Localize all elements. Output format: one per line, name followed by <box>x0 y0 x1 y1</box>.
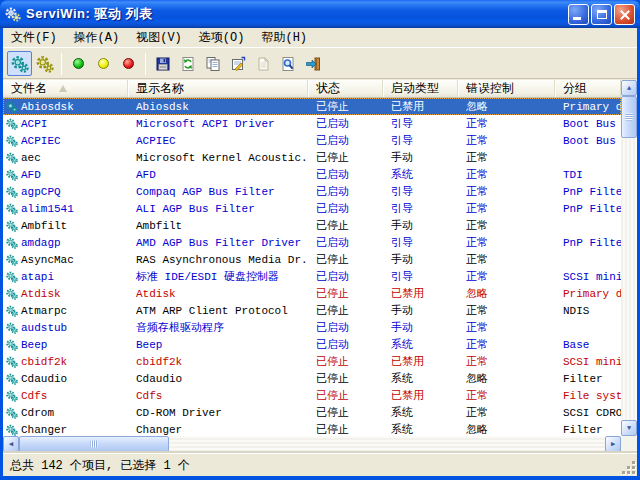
minimize-icon <box>573 17 581 20</box>
save-button[interactable] <box>150 51 175 76</box>
cell-filename: AFD <box>3 169 128 181</box>
cell-filename: Ambfilt <box>3 220 128 232</box>
cell-start-type: 系统 <box>383 337 458 352</box>
table-row[interactable]: Atdisk Atdisk 已停止 已禁用 忽略 Primary di <box>3 285 621 302</box>
menu-action[interactable]: 操作(A) <box>74 29 120 46</box>
column-header-filename[interactable]: 文件名 <box>3 80 128 97</box>
services-gears-icon <box>36 55 54 73</box>
report-button[interactable] <box>250 51 275 76</box>
table-row[interactable]: AsyncMac RAS Asynchronous Media Dr... 已停… <box>3 251 621 268</box>
table-row[interactable]: atapi 标准 IDE/ESDI 硬盘控制器 已启动 引导 正常 SCSI m… <box>3 268 621 285</box>
table-row[interactable]: cbidf2k cbidf2k 已停止 已禁用 正常 SCSI minip <box>3 353 621 370</box>
table-row[interactable]: Changer Changer 已停止 系统 忽略 Filter <box>3 421 621 436</box>
table-row[interactable]: alim1541 ALI AGP Bus Filter 已启动 引导 正常 Pn… <box>3 200 621 217</box>
cell-display-name: Abiosdsk <box>128 101 308 113</box>
close-button[interactable] <box>614 4 635 25</box>
table-row[interactable]: agpCPQ Compaq AGP Bus Filter 已启动 引导 正常 P… <box>3 183 621 200</box>
cell-group: SCSI minip <box>555 356 621 368</box>
cell-status: 已启动 <box>308 320 383 335</box>
table-row[interactable]: Abiosdsk Abiosdsk 已停止 已禁用 忽略 Primary di <box>3 98 621 115</box>
menu-file[interactable]: 文件(F) <box>11 29 57 46</box>
cell-status: 已停止 <box>308 303 383 318</box>
cell-error-control: 忽略 <box>458 371 555 386</box>
menu-view[interactable]: 视图(V) <box>136 29 182 46</box>
cell-status: 已停止 <box>308 422 383 436</box>
stop-driver-button[interactable] <box>116 51 141 76</box>
properties-icon <box>230 56 246 72</box>
copy-button[interactable] <box>200 51 225 76</box>
services-view-button[interactable] <box>32 51 57 76</box>
refresh-icon <box>180 56 196 72</box>
table-row[interactable]: Cdaudio Cdaudio 已停止 系统 忽略 Filter <box>3 370 621 387</box>
find-button[interactable] <box>275 51 300 76</box>
serviwin-window: ServiWin: 驱动 列表 文件(F) 操作(A) 视图(V) 选项(O) … <box>0 0 640 480</box>
horizontal-scroll-thumb[interactable] <box>19 436 169 452</box>
scroll-down-button[interactable]: ▼ <box>621 420 637 436</box>
table-row[interactable]: Ambfilt Ambfilt 已停止 手动 正常 <box>3 217 621 234</box>
table-row[interactable]: amdagp AMD AGP Bus Filter Driver 已启动 引导 … <box>3 234 621 251</box>
title-bar[interactable]: ServiWin: 驱动 列表 <box>0 0 640 28</box>
table-row[interactable]: Atmarpc ATM ARP Client Protocol 已停止 手动 正… <box>3 302 621 319</box>
cell-display-name: Microsoft Kernel Acoustic... <box>128 152 308 164</box>
driver-gears-icon <box>6 203 18 215</box>
column-header-status[interactable]: 状态 <box>308 80 383 97</box>
start-driver-button[interactable] <box>66 51 91 76</box>
table-row[interactable]: Cdfs Cdfs 已停止 已禁用 正常 File syste <box>3 387 621 404</box>
driver-gears-icon <box>6 237 18 249</box>
maximize-button[interactable] <box>591 4 612 25</box>
vertical-scrollbar[interactable]: ▲ ▼ <box>621 80 637 436</box>
table-row[interactable]: Cdrom CD-ROM Driver 已停止 系统 正常 SCSI CDROM <box>3 404 621 421</box>
cell-status: 已启动 <box>308 116 383 131</box>
cell-filename: Cdaudio <box>3 373 128 385</box>
cell-status: 已停止 <box>308 286 383 301</box>
cell-display-name: ALI AGP Bus Filter <box>128 203 308 215</box>
cell-start-type: 已禁用 <box>383 99 458 114</box>
cell-start-type: 手动 <box>383 303 458 318</box>
driver-gears-icon <box>6 390 18 402</box>
driver-gears-icon <box>6 254 18 266</box>
properties-button[interactable] <box>225 51 250 76</box>
cell-filename: Atdisk <box>3 288 128 300</box>
cell-filename: atapi <box>3 271 128 283</box>
menu-options[interactable]: 选项(O) <box>199 29 245 46</box>
cell-error-control: 正常 <box>458 184 555 199</box>
cell-start-type: 系统 <box>383 405 458 420</box>
scroll-up-button[interactable]: ▲ <box>621 80 637 96</box>
pause-driver-button[interactable] <box>91 51 116 76</box>
client-area: 文件(F) 操作(A) 视图(V) 选项(O) 帮助(H) <box>3 28 637 476</box>
table-row[interactable]: ACPIEC ACPIEC 已启动 引导 正常 Boot Bus E <box>3 132 621 149</box>
refresh-button[interactable] <box>175 51 200 76</box>
table-row[interactable]: Beep Beep 已启动 系统 正常 Base <box>3 336 621 353</box>
column-header-group[interactable]: 分组 <box>555 80 621 97</box>
resize-grip-icon[interactable] <box>623 462 636 475</box>
table-row[interactable]: aec Microsoft Kernel Acoustic... 已停止 手动 … <box>3 149 621 166</box>
cell-status: 已启动 <box>308 167 383 182</box>
vertical-scroll-thumb[interactable] <box>621 96 637 138</box>
menu-help[interactable]: 帮助(H) <box>261 29 307 46</box>
column-header-display-name[interactable]: 显示名称 <box>128 80 308 97</box>
cell-status: 已停止 <box>308 405 383 420</box>
cell-start-type: 系统 <box>383 422 458 436</box>
horizontal-scrollbar[interactable]: ◀ ▶ <box>3 436 621 452</box>
column-header-error-control[interactable]: 错误控制 <box>458 80 555 97</box>
exit-button[interactable] <box>300 51 325 76</box>
cell-display-name: Atdisk <box>128 288 308 300</box>
cell-display-name: Changer <box>128 424 308 436</box>
driver-gears-icon <box>6 288 18 300</box>
cell-start-type: 已禁用 <box>383 388 458 403</box>
table-row[interactable]: AFD AFD 已启动 系统 正常 TDI <box>3 166 621 183</box>
table-row[interactable]: ACPI Microsoft ACPI Driver 已启动 引导 正常 Boo… <box>3 115 621 132</box>
cell-error-control: 忽略 <box>458 422 555 436</box>
cell-start-type: 手动 <box>383 320 458 335</box>
cell-filename: Abiosdsk <box>3 101 128 113</box>
minimize-button[interactable] <box>568 4 589 25</box>
cell-error-control: 正常 <box>458 303 555 318</box>
list-rows: Abiosdsk Abiosdsk 已停止 已禁用 忽略 Primary di … <box>3 98 621 436</box>
scroll-right-button[interactable]: ▶ <box>605 436 621 452</box>
driver-gears-icon <box>6 305 18 317</box>
column-header-start-type[interactable]: 启动类型 <box>383 80 458 97</box>
table-row[interactable]: audstub 音频存根驱动程序 已启动 手动 正常 <box>3 319 621 336</box>
scroll-left-button[interactable]: ◀ <box>3 436 19 452</box>
drivers-view-button[interactable] <box>7 51 32 76</box>
cell-group: Base <box>555 339 621 351</box>
